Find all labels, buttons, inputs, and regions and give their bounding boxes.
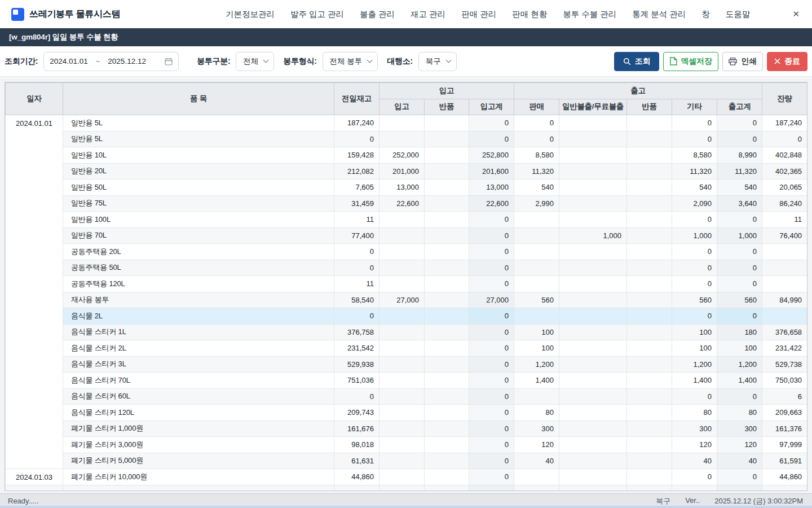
- table-row[interactable]: 일반용 50L7,60513,00013,00054054054020,065: [6, 179, 807, 196]
- close-button[interactable]: 종료: [767, 52, 807, 71]
- cell-in-total: 0: [469, 340, 514, 357]
- date-from-value[interactable]: 2024.01.01: [50, 57, 88, 65]
- bag-type-select[interactable]: 전체: [236, 52, 274, 71]
- table-row[interactable]: 재사용 봉투58,54027,00027,00056056056084,990: [6, 292, 807, 308]
- grid-table: 일자 품 목 전일재고 입고 출고 잔량 입고 반품 입고계 판매 일반불출/무…: [5, 82, 807, 491]
- cell-remain: 402,365: [762, 163, 807, 179]
- table-row[interactable]: 음식물 스티커 3L529,93801,2001,2001,200529,738: [6, 356, 807, 373]
- table-row[interactable]: 2024.01.03폐기물 스티커 10,000원44,86000044,860: [6, 469, 807, 485]
- menu-item-0[interactable]: 기본정보관리: [226, 9, 275, 20]
- col-group-in: 입고: [379, 83, 514, 99]
- table-row[interactable]: 폐기물 스티커 3,000원98,018012012012097,999: [6, 437, 807, 453]
- cell-in-return: [425, 276, 469, 292]
- cell-general-free-out: [559, 244, 627, 260]
- menu-item-9[interactable]: 도움말: [726, 9, 751, 20]
- cell-out-return: [627, 373, 672, 389]
- cell-in-total: 27,000: [469, 292, 514, 308]
- menu-item-7[interactable]: 통계 분석 관리: [632, 9, 686, 20]
- cell-remain: [762, 308, 807, 325]
- status-agency: 북구: [656, 496, 670, 506]
- cell-etc: 100: [672, 324, 717, 340]
- cell-sale: 40: [514, 453, 559, 469]
- table-row[interactable]: 일반용 70L77,40001,0001,0001,00076,400: [6, 227, 807, 244]
- cell-remain: [762, 260, 807, 276]
- menu-item-6[interactable]: 봉투 수불 관리: [563, 9, 616, 20]
- search-icon: [623, 58, 631, 65]
- cell-prev-stock: 0: [334, 260, 379, 276]
- cell-in-return: [425, 163, 469, 179]
- menu-item-3[interactable]: 재고 관리: [411, 9, 445, 20]
- excel-save-button[interactable]: 엑셀저장: [663, 52, 718, 71]
- cell-out-return: [627, 405, 672, 421]
- bag-format-select[interactable]: 전체 봉투: [323, 52, 378, 71]
- table-row[interactable]: 음식물 스티커 2L231,5420100100100231,422: [6, 340, 807, 357]
- table-row[interactable]: 폐기물 스티커 1,000원161,6760300300300161,376: [6, 421, 807, 437]
- bag-type-value: 전체: [243, 56, 258, 67]
- agency-select[interactable]: 북구: [418, 52, 457, 71]
- date-range-input[interactable]: 2024.01.01 ~ 2025.12.12: [43, 52, 179, 71]
- cell-out-return: [627, 163, 672, 179]
- table-row[interactable]: 음식물 스티커 120L209,7430808080209,663: [6, 405, 807, 421]
- cell-etc: 0: [672, 115, 717, 132]
- table-row[interactable]: 일반용 10L159,428252,000252,8008,5808,5808,…: [6, 147, 807, 164]
- cell-etc: 0: [672, 469, 717, 485]
- cell-etc: 100: [672, 340, 717, 357]
- table-row[interactable]: 공동주택용 50L0000: [6, 260, 807, 276]
- col-header-remain: 잔량: [762, 83, 807, 115]
- table-row[interactable]: 일반용 20L212,082201,000201,60011,32011,320…: [6, 163, 807, 179]
- cell-etc: 40: [672, 453, 717, 469]
- cell-sale: 540: [514, 179, 559, 196]
- table-row[interactable]: 일반용 75L31,45922,60022,6002,9902,0903,640…: [6, 195, 807, 212]
- window-close-icon[interactable]: ✕: [792, 0, 800, 28]
- menu-item-4[interactable]: 판매 관리: [461, 9, 496, 20]
- table-row[interactable]: 공동주택용 120L11000: [6, 276, 807, 292]
- cell-remain: 402,848: [762, 147, 807, 164]
- table-row[interactable]: 음식물 2L0000: [6, 308, 807, 325]
- app-logo-icon: [11, 8, 24, 21]
- cell-sale: 80: [514, 405, 559, 421]
- table-row[interactable]: 일반용 100L1100011: [6, 212, 807, 228]
- print-button[interactable]: 인쇄: [722, 52, 763, 71]
- cell-item: 폐기물 스티커 3,000원: [63, 437, 334, 453]
- cell-prev-stock: 11: [334, 276, 379, 292]
- menu-item-1[interactable]: 발주 입고 관리: [290, 9, 344, 20]
- cell-in-return: [425, 356, 469, 373]
- cell-out-return: [627, 131, 672, 147]
- cell-in-total: 0: [469, 421, 514, 437]
- cell-remain: 61,591: [762, 453, 807, 469]
- table-row[interactable]: 일반용 5L000000: [6, 131, 807, 147]
- cell-out-return: [627, 179, 672, 196]
- agency-value: 북구: [426, 56, 441, 67]
- menu-item-2[interactable]: 불출 관리: [360, 9, 395, 20]
- cell-in-total: 0: [469, 324, 514, 340]
- date-to-value[interactable]: 2025.12.12: [108, 57, 146, 65]
- cell-prev-stock: 159,428: [334, 147, 379, 164]
- cell-prev-stock: 31,459: [334, 195, 379, 212]
- table-row[interactable]: 음식물 스티커 1L376,7580100100180376,658: [6, 324, 807, 340]
- cell-item: 폐기물 스티커 5,000원: [63, 453, 334, 469]
- cell-in-total: 0: [469, 308, 514, 325]
- cell-prev-stock: 529,938: [334, 356, 379, 373]
- table-row[interactable]: 음식물 스티커 70L751,03601,4001,4001,400750,03…: [6, 373, 807, 389]
- cell-item: 일반용 100L: [63, 212, 334, 228]
- cell-prev-stock: 77,400: [334, 227, 379, 244]
- cell-out-return: [627, 485, 672, 491]
- calendar-icon[interactable]: [165, 58, 173, 65]
- cell-in-total: 13,000: [469, 179, 514, 196]
- cell-out-return: [627, 227, 672, 244]
- table-row[interactable]: 2024.01.01일반용 5L187,2400000187,240: [6, 115, 807, 132]
- cell-prev-stock: 212,082: [334, 163, 379, 179]
- menu-item-8[interactable]: 창: [701, 9, 710, 20]
- menu-item-5[interactable]: 판매 현황: [512, 9, 547, 20]
- table-row[interactable]: [6, 485, 807, 491]
- cell-out-return: [627, 340, 672, 357]
- table-row[interactable]: 공동주택용 20L0000: [6, 244, 807, 260]
- cell-remain: 20,065: [762, 179, 807, 196]
- cell-in: 22,600: [379, 195, 425, 212]
- table-row[interactable]: 음식물 스티커 60L00006: [6, 388, 807, 405]
- cell-prev-stock: 0: [334, 388, 379, 405]
- search-button[interactable]: 조회: [614, 52, 659, 71]
- cell-item: 공동주택용 50L: [63, 260, 334, 276]
- cell-item: 음식물 2L: [63, 308, 334, 325]
- table-row[interactable]: 폐기물 스티커 5,000원61,631040404061,591: [6, 453, 807, 469]
